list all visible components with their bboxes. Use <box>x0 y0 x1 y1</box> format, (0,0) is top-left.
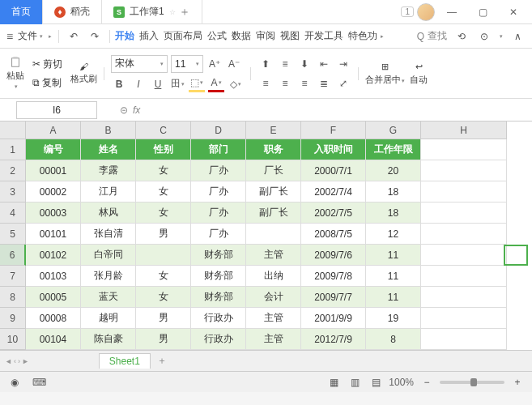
cell[interactable] <box>421 308 507 329</box>
cell[interactable]: 厂办 <box>191 202 246 224</box>
cell[interactable] <box>421 202 507 224</box>
cell[interactable]: 主管 <box>246 308 301 329</box>
cell[interactable]: 副厂长 <box>246 202 301 224</box>
table-header-cell[interactable]: 性别 <box>136 139 191 160</box>
paste-group[interactable]: 粘贴▾ <box>6 57 24 90</box>
cell[interactable] <box>246 224 301 245</box>
history-icon[interactable]: ⊙ <box>476 28 492 45</box>
cell[interactable]: 蓝天 <box>81 287 136 308</box>
row-header[interactable]: 9 <box>0 308 26 329</box>
cell[interactable] <box>421 266 507 287</box>
cell[interactable]: 2009/7/7 <box>301 287 366 308</box>
select-all-corner[interactable] <box>0 122 26 139</box>
keyboard-icon[interactable]: ⌨ <box>31 374 47 390</box>
cell[interactable]: 行政办 <box>191 308 246 329</box>
tab-home[interactable]: 首页 <box>0 0 43 24</box>
cell[interactable]: 2009/7/8 <box>301 266 366 287</box>
clear-icon[interactable]: ◇▾ <box>228 76 244 92</box>
col-header[interactable]: D <box>191 122 246 139</box>
wrap-button[interactable]: ↩ 自动 <box>410 62 428 86</box>
sheet-tab[interactable]: Sheet1 <box>99 353 151 369</box>
tab-start[interactable]: 开始 <box>113 29 137 43</box>
font-size-select[interactable]: 11▾ <box>171 55 203 73</box>
cell[interactable]: 厂办 <box>191 224 246 245</box>
cell[interactable]: 8 <box>366 329 421 350</box>
zoom-in-icon[interactable]: + <box>509 374 526 390</box>
tab-layout[interactable]: 页面布局 <box>161 29 205 43</box>
indent-left-icon[interactable]: ⇤ <box>316 56 332 72</box>
cell[interactable]: 厂办 <box>191 181 246 202</box>
close-button[interactable]: ✕ <box>500 1 527 23</box>
tab-feature[interactable]: 特色功 <box>346 29 380 43</box>
cell[interactable]: 00003 <box>26 202 81 224</box>
cell[interactable]: 00005 <box>26 287 81 308</box>
cell[interactable]: 男 <box>136 329 191 350</box>
justify-icon[interactable]: ≣ <box>316 75 332 92</box>
align-bottom-icon[interactable]: ⬇ <box>296 56 313 72</box>
indent-right-icon[interactable]: ⇥ <box>335 56 351 72</box>
avatar[interactable] <box>417 3 435 21</box>
tab-workbook[interactable]: S工作簿1☆＋ <box>102 0 202 24</box>
row-header[interactable]: 3 <box>0 181 26 202</box>
table-header-cell[interactable]: 姓名 <box>81 139 136 160</box>
collapse-icon[interactable]: ∧ <box>509 28 526 45</box>
tab-view[interactable]: 视图 <box>278 29 302 43</box>
redo-icon[interactable]: ↷ <box>87 28 103 45</box>
overflow-icon[interactable]: ▸ <box>381 33 384 40</box>
new-tab-icon[interactable]: ＋ <box>179 5 190 19</box>
row-header[interactable]: 1 <box>0 139 26 160</box>
cell[interactable]: 00101 <box>26 224 81 245</box>
cell[interactable]: 00008 <box>26 308 81 329</box>
cell[interactable]: 女 <box>136 287 191 308</box>
first-sheet-icon[interactable]: ◄ <box>5 357 12 365</box>
prev-sheet-icon[interactable]: ‹ <box>14 357 16 365</box>
cell[interactable]: 厂长 <box>246 160 301 181</box>
cell[interactable]: 越明 <box>81 308 136 329</box>
border-icon[interactable]: 田▾ <box>169 76 185 92</box>
spreadsheet-grid[interactable]: 1 2 3 4 5 6 7 8 9 10 A B C D E F G H 编号姓… <box>0 122 532 350</box>
zoom-slider[interactable] <box>440 381 504 384</box>
cell[interactable]: 女 <box>136 181 191 202</box>
bold-icon[interactable]: B <box>111 76 127 92</box>
add-sheet-button[interactable]: ＋ <box>151 354 173 368</box>
cell[interactable]: 陈自豪 <box>81 329 136 350</box>
font-select[interactable]: 宋体▾ <box>111 55 168 73</box>
last-sheet-icon[interactable]: ► <box>22 357 29 365</box>
tab-review[interactable]: 审阅 <box>253 29 278 43</box>
name-box[interactable]: I6 <box>16 101 97 119</box>
cell[interactable]: 2002/7/4 <box>301 181 366 202</box>
cell[interactable] <box>421 181 507 202</box>
maximize-button[interactable]: ▢ <box>469 1 496 23</box>
cell[interactable]: 11 <box>366 266 421 287</box>
row-header[interactable]: 7 <box>0 266 26 287</box>
cell[interactable]: 张自清 <box>81 224 136 245</box>
menu-icon[interactable]: ≡ <box>6 30 13 43</box>
cell[interactable]: 00103 <box>26 266 81 287</box>
row-header[interactable]: 6 <box>0 245 26 266</box>
cell[interactable]: 00002 <box>26 181 81 202</box>
cell[interactable] <box>421 329 507 350</box>
cell[interactable]: 19 <box>366 308 421 329</box>
cell[interactable]: 2012/7/9 <box>301 329 366 350</box>
cell[interactable]: 白帝同 <box>81 245 136 266</box>
col-header[interactable]: B <box>81 122 136 139</box>
table-header-cell[interactable]: 工作年限 <box>366 139 421 160</box>
cell[interactable]: 11 <box>366 245 421 266</box>
increase-font-icon[interactable]: A⁺ <box>206 56 223 72</box>
fx-icon[interactable]: fx <box>133 104 140 116</box>
zoom-level[interactable]: 100% <box>389 377 414 388</box>
tab-insert[interactable]: 插入 <box>137 29 161 43</box>
cell[interactable]: 会计 <box>246 287 301 308</box>
row-header[interactable]: 4 <box>0 202 26 224</box>
table-header-cell[interactable]: 编号 <box>26 139 81 160</box>
format-painter[interactable]: 🖌 格式刷 <box>70 62 97 85</box>
decrease-font-icon[interactable]: A⁻ <box>226 56 242 72</box>
table-header-cell[interactable]: 入职时间 <box>301 139 366 160</box>
cell[interactable]: 财务部 <box>191 287 246 308</box>
cell[interactable]: 男 <box>136 224 191 245</box>
cell[interactable] <box>421 139 507 160</box>
cell[interactable]: 主管 <box>246 329 301 350</box>
cell[interactable]: 00001 <box>26 160 81 181</box>
row-header[interactable]: 8 <box>0 287 26 308</box>
cell[interactable]: 20 <box>366 160 421 181</box>
